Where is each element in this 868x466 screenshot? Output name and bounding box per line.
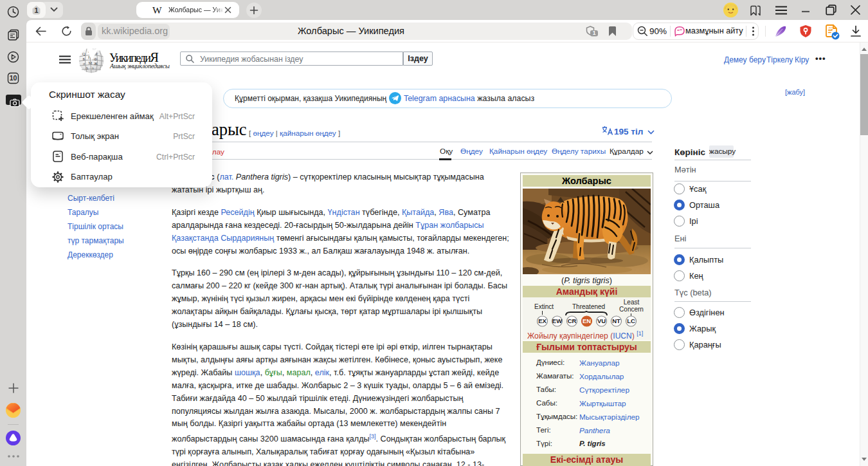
svg-text:σ: σ: [83, 61, 86, 66]
svg-text:Ж: Ж: [94, 61, 98, 66]
svg-text:LC: LC: [627, 317, 635, 324]
svg-text:“”: “”: [677, 28, 682, 34]
svg-text:10: 10: [10, 74, 17, 82]
svg-text:EN: EN: [583, 317, 591, 324]
svg-text:ГС: ГС: [829, 26, 833, 30]
svg-text:Δ: Δ: [86, 66, 88, 70]
svg-text:EX: EX: [538, 317, 547, 324]
svg-text:CR: CR: [568, 317, 577, 324]
svg-text:Ф: Ф: [94, 57, 97, 61]
svg-text:VU: VU: [597, 317, 606, 324]
svg-text:1: 1: [593, 30, 596, 36]
svg-text:EW: EW: [552, 317, 562, 324]
svg-text:Q: Q: [82, 51, 86, 56]
svg-text:NT: NT: [612, 317, 620, 324]
svg-text:Б: Б: [83, 57, 86, 61]
svg-text:1: 1: [34, 6, 38, 14]
svg-text:M: M: [89, 61, 93, 65]
